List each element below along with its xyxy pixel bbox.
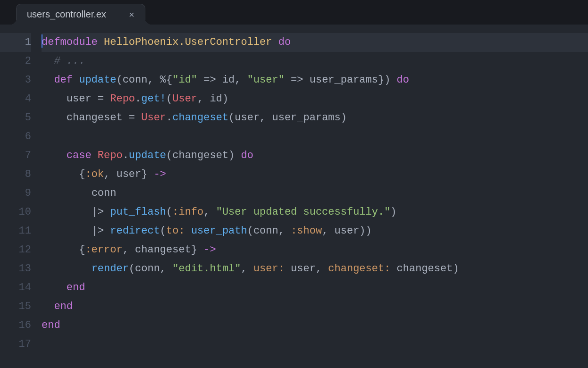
token-func: changeset [172, 112, 228, 124]
token-punct: . [123, 150, 129, 161]
line-number[interactable]: 16 [0, 316, 31, 335]
gutter: 1 2 3 4 5 6 7 8 9 10 11 12 13 14 15 16 1… [0, 33, 42, 368]
line-number[interactable]: 15 [0, 297, 31, 316]
token-func: update [129, 150, 166, 161]
token-punct: (conn, [129, 263, 172, 275]
token-punct: , [203, 206, 216, 218]
token-punct: ( [160, 225, 166, 237]
line-number[interactable]: 1 [0, 33, 31, 52]
line-number[interactable]: 10 [0, 203, 31, 222]
code-line[interactable]: def update(conn, %{"id" => id, "user" =>… [42, 71, 588, 90]
token-atom: :info [172, 206, 203, 218]
line-number[interactable]: 3 [0, 71, 31, 90]
line-number[interactable]: 17 [0, 335, 31, 354]
token-punct: ( [166, 93, 172, 105]
token-punct: . [135, 93, 141, 105]
tab-title: users_controller.ex [27, 9, 106, 20]
code-line[interactable]: end [42, 278, 588, 297]
code-line[interactable]: {:error, changeset} -> [42, 241, 588, 259]
code-line[interactable]: end [42, 297, 588, 316]
code-line[interactable]: end [42, 316, 588, 335]
token-punct: . [166, 112, 172, 124]
editor[interactable]: 1 2 3 4 5 6 7 8 9 10 11 12 13 14 15 16 1… [0, 25, 588, 368]
token-func: get! [141, 93, 166, 105]
token-var: id, [222, 74, 247, 86]
line-number[interactable]: 13 [0, 259, 31, 278]
token-indent [42, 263, 92, 275]
code-line[interactable] [42, 335, 588, 354]
code-line[interactable]: case Repo.update(changeset) do [42, 146, 588, 165]
token-indent [42, 225, 92, 237]
code-line[interactable]: conn [42, 184, 588, 203]
token-keyword: do [278, 36, 291, 48]
token-class: User [141, 112, 166, 124]
token-punct: ( [166, 206, 172, 218]
line-number[interactable]: 4 [0, 90, 31, 109]
token-atom: :ok [85, 168, 104, 180]
token-indent [42, 93, 67, 105]
token-string: "User updated successfully." [216, 206, 391, 218]
token-punct: , changeset} [123, 244, 204, 256]
token-var: user [67, 93, 98, 105]
code-line[interactable]: {:ok, user} -> [42, 165, 588, 184]
token-string: "id" [172, 74, 197, 86]
token-var: user_params [310, 74, 378, 86]
token-keyword: defmodule [42, 36, 104, 48]
token-indent [42, 187, 92, 199]
token-punct: } [378, 74, 384, 86]
code-line[interactable]: |> put_flash(:info, "User updated succes… [42, 203, 588, 222]
token-indent [42, 74, 54, 86]
line-number[interactable]: 7 [0, 146, 31, 165]
token-punct: { [166, 74, 172, 86]
token-atom: :error [85, 244, 122, 256]
token-punct: , id) [197, 93, 228, 105]
line-number[interactable]: 8 [0, 165, 31, 184]
line-number[interactable]: 9 [0, 184, 31, 203]
token-punct: ) [390, 206, 396, 218]
token-punct: , user} [104, 168, 154, 180]
token-keyword: end [42, 319, 60, 331]
token-var: changeset) [390, 263, 459, 275]
close-icon[interactable]: × [129, 10, 134, 19]
code-line[interactable]: |> redirect(to: user_path(conn, :show, u… [42, 222, 588, 241]
token-indent [42, 206, 92, 218]
token-keyword: do [397, 74, 409, 86]
token-keyword: do [241, 150, 253, 161]
token-string: "user" [247, 74, 285, 86]
line-number[interactable]: 12 [0, 241, 31, 259]
token-punct: , [241, 263, 253, 275]
code-area[interactable]: defmodule HelloPhoenix.UserController do… [42, 33, 588, 368]
token-func: render [92, 263, 129, 275]
token-class: User [172, 93, 197, 105]
cursor [42, 34, 42, 48]
line-number[interactable]: 6 [0, 127, 31, 146]
token-string: "edit.html" [172, 263, 241, 275]
token-class: Repo [98, 150, 123, 161]
token-func: put_flash [110, 206, 166, 218]
token-indent [42, 301, 54, 312]
code-line[interactable] [42, 127, 588, 146]
token-class: Repo [110, 93, 135, 105]
token-atom: to: [166, 225, 185, 237]
token-punct: % [160, 74, 166, 86]
token-indent [42, 150, 67, 161]
token-var: changeset [67, 112, 129, 124]
token-space [185, 225, 191, 237]
token-punct: (conn, [116, 74, 160, 86]
line-number[interactable]: 5 [0, 109, 31, 127]
token-op: => [285, 74, 310, 86]
token-punct: (changeset) [166, 150, 241, 161]
code-line[interactable]: render(conn, "edit.html", user: user, ch… [42, 259, 588, 278]
token-func: update [79, 74, 116, 86]
token-punct: , user)) [322, 225, 372, 237]
code-line[interactable]: defmodule HelloPhoenix.UserController do [42, 33, 588, 52]
code-line[interactable]: # ... [42, 52, 588, 71]
line-number[interactable]: 14 [0, 278, 31, 297]
code-line[interactable]: user = Repo.get!(User, id) [42, 90, 588, 109]
line-number[interactable]: 11 [0, 222, 31, 241]
token-module: HelloPhoenix.UserController [104, 36, 272, 48]
line-number[interactable]: 2 [0, 52, 31, 71]
tab-active[interactable]: users_controller.ex × [16, 4, 145, 25]
code-line[interactable]: changeset = User.changeset(user, user_pa… [42, 109, 588, 127]
token-op: |> [92, 206, 110, 218]
